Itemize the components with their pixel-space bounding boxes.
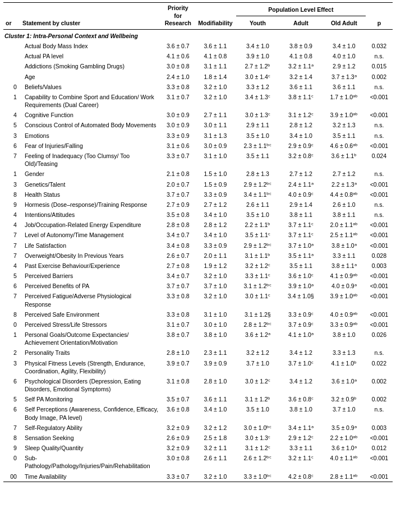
cell-youth: 2.6 ± 1.2ᵇᶜ [236, 453, 279, 471]
cell-old-adult: 3.2 ± 0.9ᵇ [323, 394, 366, 404]
cell-or: 5 [3, 394, 20, 404]
cell-modif: 3.2 ± 1.2 [195, 423, 236, 433]
cell-or: 7 [3, 240, 20, 251]
cell-priority: 3.5 ± 0.7 [162, 394, 195, 404]
cell-p: <0.001 [366, 141, 393, 151]
cell-statement: Self Perceptions (Awareness, Confidence,… [20, 404, 162, 422]
cell-p: n.s. [366, 404, 393, 422]
cell-modif: 3.2 ± 1.0 [195, 92, 236, 110]
cell-or: 3 [3, 179, 20, 189]
cell-priority: 3.3 ± 0.8 [162, 82, 195, 92]
cell-old-adult: 3.6 ± 1.1ᵇ [323, 151, 366, 169]
cell-old-adult: 4.4 ± 0.8ᵃᵇ [323, 189, 366, 200]
cell-statement: Time Availability [20, 471, 162, 482]
cell-statement: Intentions/Attitudes [20, 210, 162, 220]
cell-adult: 3.4 ± 1.2 [279, 376, 323, 394]
cell-modif: 2.0 ± 1.1 [195, 251, 236, 261]
cell-statement: Hormesis (Dose–response)/Training Respon… [20, 200, 162, 210]
cell-youth: 3.1 ± 1.2§ [236, 309, 279, 320]
cell-statement: Psychological Disorders (Depression, Eat… [20, 376, 162, 394]
cell-old-adult: 3.8 ± 1.0 [323, 330, 366, 348]
cell-old-adult: 1.7 ± 1.0ᵃᵇ [323, 92, 366, 110]
cell-p: <0.001 [366, 179, 393, 189]
cell-statement: Self-Regulatory Ability [20, 423, 162, 433]
cell-youth: 3.6 ± 1.2ᵃ [236, 330, 279, 348]
cell-adult: 3.5 ± 1.1 [279, 261, 323, 271]
cell-modif: 3.6 ± 1.1 [195, 394, 236, 404]
cell-old-adult: 2.6 ± 1.0 [323, 200, 366, 210]
table-row: 7 Overweight/Obesity In Previous Years 2… [3, 251, 393, 261]
cell-priority: 3.6 ± 0.8 [162, 404, 195, 422]
cell-modif: 3.2 ± 1.0 [195, 82, 236, 92]
cell-or: 2 [3, 348, 20, 358]
table-row: 4 Job/Occupation-Related Energy Expendit… [3, 220, 393, 230]
cell-youth: 2.2 ± 1.1ᵇ [236, 220, 279, 230]
cell-adult: 2.9 ± 1.2ᶜ [279, 433, 323, 443]
cell-priority: 3.4 ± 0.8 [162, 240, 195, 251]
cell-p: <0.001 [366, 189, 393, 200]
cell-adult: 3.7 ± 1.1ᶜ [279, 230, 323, 240]
cell-priority: 3.0 ± 0.8 [162, 453, 195, 471]
cell-youth: 3.5 ± 1.0 [236, 404, 279, 422]
cell-youth: 3.0 ± 1.3ᶜ [236, 433, 279, 443]
cell-priority: 3.1 ± 0.7 [162, 320, 195, 330]
cell-or: 4 [3, 261, 20, 271]
cell-or: 1 [3, 169, 20, 179]
cell-youth: 3.2 ± 1.2ᶜ [236, 261, 279, 271]
cell-or: 3 [3, 358, 20, 376]
cell-p: n.s. [366, 82, 393, 92]
cell-adult: 2.4 ± 1.1ᵃ [279, 179, 323, 189]
cell-priority: 3.3 ± 0.8 [162, 291, 195, 309]
cell-statement: Actual Body Mass Index [20, 41, 162, 51]
cell-or [3, 72, 20, 82]
cell-youth: 3.3 ± 1.0ᵇᶜ [236, 471, 279, 482]
cell-priority: 3.4 ± 0.7 [162, 230, 195, 240]
cell-or [3, 51, 20, 61]
cell-adult: 3.9 ± 1.0ᵃ [279, 281, 323, 291]
cell-youth: 2.9 ± 1.2ᵇᶜ [236, 240, 279, 251]
cell-statement: Feeling of Inadequacy (Too Clumsy/ Too O… [20, 151, 162, 169]
cell-or: 6 [3, 141, 20, 151]
cell-or: 8 [3, 309, 20, 320]
cell-statement: Beliefs/Values [20, 82, 162, 92]
cell-statement: Physical Fitness Levels (Strength, Endur… [20, 358, 162, 376]
table-row: 6 Perceived Benefits of PA 3.7 ± 0.7 3.7… [3, 281, 393, 291]
cell-youth: 3.3 ± 1.2 [236, 82, 279, 92]
col-header-modif: Modifiability [195, 3, 236, 30]
cell-statement: Life Satisfaction [20, 240, 162, 251]
cell-youth: 3.5 ± 1.0 [236, 131, 279, 141]
table-row: 7 Feeling of Inadequacy (Too Clumsy/ Too… [3, 151, 393, 169]
table-row: 6 Self Perceptions (Awareness, Confidenc… [3, 404, 393, 422]
cell-statement: Addictions (Smoking Gambling Drugs) [20, 61, 162, 71]
cell-modif: 2.8 ± 1.0 [195, 376, 236, 394]
cell-old-adult: 3.7 ± 1.0 [323, 404, 366, 422]
cell-old-adult: 3.6 ± 1.0ᵃ [323, 443, 366, 453]
cell-adult: 3.4 ± 1.0§ [279, 291, 323, 309]
cell-statement: Health Status [20, 189, 162, 200]
cell-youth: 3.3 ± 1.1ᶜ [236, 271, 279, 281]
table-row: 0 Perceived Stress/Life Stressors 3.1 ± … [3, 320, 393, 330]
cell-p: 0.002 [366, 394, 393, 404]
cell-p: 0.003 [366, 261, 393, 271]
table-row: 7 Life Satisfaction 3.4 ± 0.8 3.3 ± 0.9 … [3, 240, 393, 251]
cell-modif: 3.8 ± 1.0 [195, 330, 236, 348]
cell-statement: Emotions [20, 131, 162, 141]
cell-or: 4 [3, 220, 20, 230]
cell-priority: 3.4 ± 0.7 [162, 271, 195, 281]
cell-or: 7 [3, 291, 20, 309]
cell-or: 9 [3, 443, 20, 453]
cell-priority: 3.0 ± 0.8 [162, 61, 195, 71]
cell-modif: 2.7 ± 1.2 [195, 200, 236, 210]
cell-old-adult: 2.9 ± 1.2 [323, 61, 366, 71]
cell-modif: 3.4 ± 1.0 [195, 404, 236, 422]
cell-statement: Actual PA level [20, 51, 162, 61]
cell-old-adult: 3.6 ± 1.1 [323, 82, 366, 92]
cell-old-adult: 4.0 ± 1.1ᵃᵇ [323, 453, 366, 471]
cell-adult: 4.1 ± 0.8 [279, 51, 323, 61]
cell-youth: 3.0 ± 1.2ᶜ [236, 376, 279, 394]
cell-or: 6 [3, 404, 20, 422]
cell-statement: Sensation Seeking [20, 433, 162, 443]
col-header-p: p [366, 3, 393, 30]
cell-youth: 3.1 ± 1.1ᵇ [236, 251, 279, 261]
cell-p: <0.001 [366, 92, 393, 110]
